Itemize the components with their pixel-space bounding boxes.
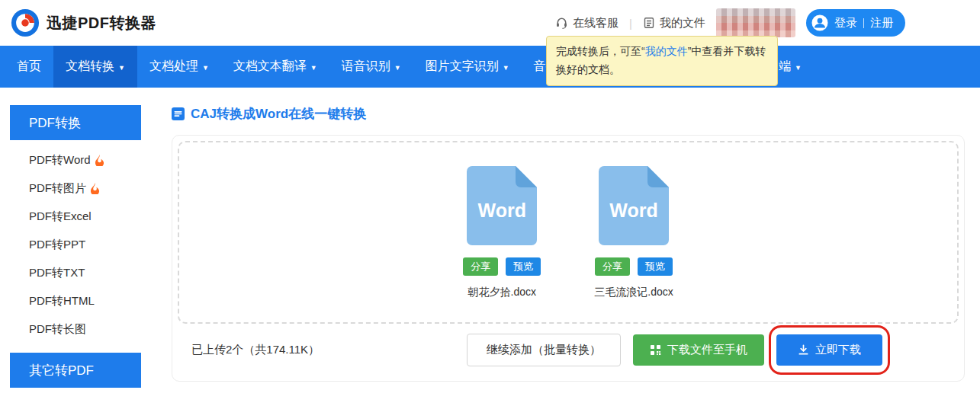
action-row: 已上传2个（共174.11K） 继续添加（批量转换）: [178, 324, 959, 376]
nav-item-doc-convert[interactable]: 文档转换 ▼: [53, 46, 137, 88]
fire-icon: [90, 183, 100, 194]
online-service-label: 在线客服: [573, 16, 619, 30]
chevron-down-icon: ▼: [795, 64, 802, 72]
my-files-link[interactable]: 我的文件: [643, 16, 705, 30]
download-now-wrap: 立即下载: [776, 334, 882, 366]
add-more-button[interactable]: 继续添加（批量转换）: [467, 334, 621, 366]
nav-label: 首页: [17, 59, 41, 75]
user-avatar-icon: [811, 14, 828, 31]
word-file-icon: Word: [467, 166, 537, 245]
censored-user-region: [716, 8, 795, 37]
page-title: CAJ转换成Word在线一键转换: [191, 105, 366, 123]
nav-label: 端: [779, 59, 791, 75]
file-dropzone: Word 分享 预览 朝花夕拾.docx: [178, 141, 959, 324]
sidebar: PDF转换 PDF转Word PDF转图片 PDF转Excel: [10, 105, 141, 388]
download-to-phone-button[interactable]: 下载文件至手机: [633, 334, 764, 366]
download-now-label: 立即下载: [815, 343, 861, 357]
login-label: 登录: [834, 16, 857, 30]
brand: 迅捷PDF转换器: [11, 8, 156, 37]
sidebar-item-pdf-to-txt[interactable]: PDF转TXT: [10, 259, 141, 287]
share-button[interactable]: 分享: [595, 257, 630, 276]
page: 迅捷PDF转换器 在线客服 |: [0, 0, 980, 406]
file-name: 三毛流浪记.docx: [594, 286, 673, 299]
upload-status: 已上传2个（共174.11K）: [191, 343, 320, 357]
header-separator: |: [629, 17, 632, 30]
sidebar-item-label: PDF转图片: [29, 181, 86, 196]
sidebar-item-pdf-to-long-image[interactable]: PDF转长图: [10, 315, 141, 344]
preview-button[interactable]: 预览: [638, 257, 673, 276]
file-list-icon: [643, 17, 655, 29]
my-files-label: 我的文件: [660, 16, 705, 30]
preview-button[interactable]: 预览: [506, 257, 541, 276]
nav-item-home[interactable]: 首页: [5, 46, 53, 88]
nav-item-doc-translate[interactable]: 文档文本翻译 ▼: [221, 46, 329, 88]
file-card: Word 分享 预览 朝花夕拾.docx: [463, 166, 541, 299]
login-register-button[interactable]: 登录 注册: [806, 9, 905, 37]
file-name: 朝花夕拾.docx: [468, 286, 536, 299]
nav-label: 文档文本翻译: [233, 59, 307, 75]
converter-panel: Word 分享 预览 朝花夕拾.docx: [172, 135, 965, 382]
headset-icon: [555, 17, 568, 30]
file-actions: 分享 预览: [463, 257, 541, 276]
sidebar-section-other-to-pdf[interactable]: 其它转PDF: [10, 353, 141, 388]
sidebar-section-pdf-convert[interactable]: PDF转换: [10, 105, 141, 140]
download-to-phone-label: 下载文件至手机: [667, 343, 747, 357]
download-icon: [798, 344, 809, 356]
action-buttons: 继续添加（批量转换）: [467, 334, 882, 366]
nav-label: 图片文字识别: [426, 59, 499, 75]
brand-name: 迅捷PDF转换器: [47, 13, 156, 34]
nav-item-doc-process[interactable]: 文档处理 ▼: [137, 46, 221, 88]
nav-label: 文档处理: [149, 59, 198, 75]
top-header: 迅捷PDF转换器 在线客服 |: [0, 0, 980, 46]
sidebar-item-label: PDF转长图: [29, 322, 86, 337]
nav-label: 语音识别: [342, 59, 390, 75]
file-actions: 分享 预览: [595, 257, 673, 276]
sidebar-list: PDF转Word PDF转图片 PDF转Excel PDF转PPT: [10, 140, 141, 348]
word-file-icon: Word: [599, 166, 669, 245]
sidebar-item-label: PDF转HTML: [29, 294, 95, 308]
file-card: Word 分享 预览 三毛流浪记.docx: [594, 166, 673, 299]
main-area: CAJ转换成Word在线一键转换 Word: [141, 105, 980, 388]
chevron-down-icon: ▼: [202, 64, 209, 72]
tooltip-my-files-link[interactable]: 我的文件: [645, 45, 688, 57]
document-icon: [172, 107, 185, 120]
chevron-down-icon: ▼: [394, 64, 401, 72]
sidebar-item-label: PDF转TXT: [29, 266, 85, 280]
online-service-link[interactable]: 在线客服: [555, 16, 619, 30]
sidebar-item-pdf-to-word[interactable]: PDF转Word: [10, 146, 141, 174]
nav-item-ocr[interactable]: 图片文字识别 ▼: [413, 46, 522, 88]
chevron-down-icon: ▼: [118, 64, 125, 72]
header-right: 在线客服 | 我的文件: [555, 8, 905, 37]
file-type-label: Word: [599, 200, 669, 222]
register-label: 注册: [870, 16, 893, 30]
content: PDF转换 PDF转Word PDF转图片 PDF转Excel: [0, 105, 980, 388]
qr-phone-icon: [650, 344, 661, 356]
file-type-label: Word: [467, 200, 537, 222]
main-nav: 首页 文档转换 ▼ 文档处理 ▼ 文档文本翻译 ▼ 语音识别 ▼ 图片文字识别 …: [0, 46, 980, 88]
sidebar-item-pdf-to-image[interactable]: PDF转图片: [10, 174, 141, 203]
nav-item-speech-recognition[interactable]: 语音识别 ▼: [329, 46, 413, 88]
sidebar-item-pdf-to-html[interactable]: PDF转HTML: [10, 287, 141, 315]
chevron-down-icon: ▼: [503, 64, 509, 72]
download-now-button[interactable]: 立即下载: [776, 334, 882, 366]
login-divider: [863, 18, 864, 28]
nav-label: 文档转换: [66, 59, 114, 75]
sidebar-item-label: PDF转Excel: [29, 209, 92, 224]
my-files-tooltip: 完成转换后，可至“我的文件”中查看并下载转换好的文档。: [546, 36, 778, 86]
share-button[interactable]: 分享: [463, 257, 498, 276]
sidebar-item-label: PDF转PPT: [29, 238, 85, 252]
page-title-row: CAJ转换成Word在线一键转换: [172, 105, 965, 123]
tooltip-text-before: 完成转换后，可至“: [556, 45, 645, 57]
sidebar-item-pdf-to-excel[interactable]: PDF转Excel: [10, 203, 141, 231]
fire-icon: [95, 155, 104, 166]
sidebar-item-pdf-to-ppt[interactable]: PDF转PPT: [10, 231, 141, 259]
app-logo-icon: [11, 8, 40, 37]
sidebar-item-label: PDF转Word: [29, 153, 91, 168]
chevron-down-icon: ▼: [310, 64, 317, 72]
